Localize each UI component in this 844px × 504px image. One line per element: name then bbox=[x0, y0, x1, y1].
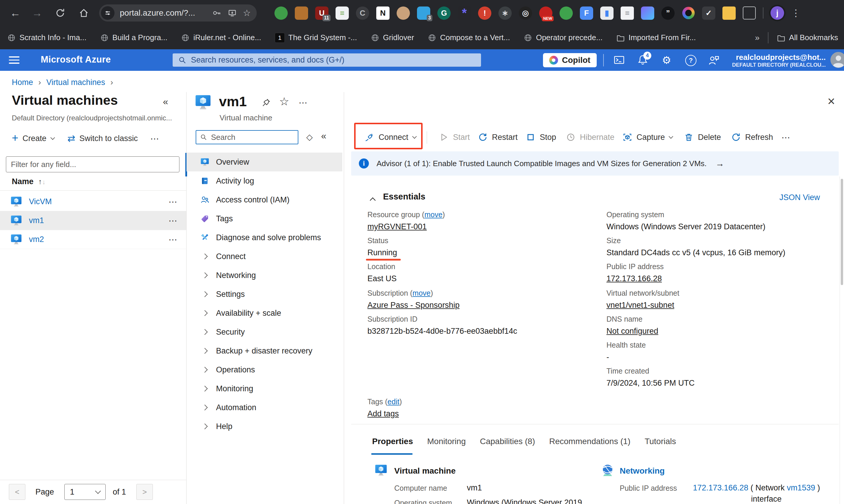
menu-item-monitoring[interactable]: Monitoring bbox=[186, 379, 342, 398]
page-select[interactable]: 1 bbox=[64, 484, 106, 500]
blade-more-icon[interactable]: ⋯ bbox=[299, 97, 308, 108]
settings-gear-icon[interactable]: ⚙ bbox=[662, 55, 671, 65]
color-picker-extension-icon[interactable] bbox=[682, 6, 695, 20]
menu-item-backup-disaster-recovery[interactable]: Backup + disaster recovery bbox=[186, 341, 342, 360]
bookmark-item[interactable]: Operator precede... bbox=[523, 33, 602, 42]
menu-item-help[interactable]: Help bbox=[186, 417, 342, 436]
extension-icon[interactable]: NEW bbox=[539, 6, 553, 20]
extension-icon[interactable]: ∗ bbox=[499, 6, 512, 20]
extension-icon[interactable] bbox=[295, 6, 308, 20]
extension-icon[interactable]: ” bbox=[661, 6, 675, 20]
essentials-heading[interactable]: Essentials bbox=[383, 192, 425, 201]
vm-name-link[interactable]: VicVM bbox=[29, 197, 52, 206]
subscription-link[interactable]: Azure Pass - Sponsorship bbox=[367, 300, 460, 310]
tab-tutorials[interactable]: Tutorials bbox=[645, 437, 676, 446]
global-search[interactable] bbox=[173, 53, 481, 67]
menu-item-tags[interactable]: Tags bbox=[186, 209, 342, 228]
extension-icon[interactable]: 3 bbox=[417, 6, 430, 20]
chevron-down-icon[interactable] bbox=[51, 135, 55, 140]
extension-icon[interactable]: ≡ bbox=[621, 6, 634, 20]
prev-page-button[interactable]: < bbox=[9, 484, 25, 500]
arrow-right-icon[interactable]: → bbox=[716, 159, 724, 168]
networking-section-heading[interactable]: Networking bbox=[620, 466, 665, 476]
account-info[interactable]: realcloudprojects@hot... DEFAULT DIRECTO… bbox=[732, 53, 826, 68]
move-link[interactable]: move bbox=[424, 210, 442, 219]
extension-icon[interactable] bbox=[397, 6, 410, 20]
stop-button[interactable]: Stop bbox=[526, 125, 556, 149]
menu-item-settings[interactable]: Settings bbox=[186, 285, 342, 304]
tab-monitoring[interactable]: Monitoring bbox=[427, 437, 466, 446]
add-tags-link[interactable]: Add tags bbox=[367, 409, 402, 418]
edit-tags-link[interactable]: edit bbox=[388, 397, 399, 406]
vm-row-vm1[interactable]: vm1 ⋯ bbox=[0, 211, 186, 230]
cloud-shell-icon[interactable] bbox=[613, 54, 625, 66]
close-blade-icon[interactable]: × bbox=[827, 94, 835, 109]
chevron-up-icon[interactable] bbox=[370, 197, 376, 203]
url-input[interactable] bbox=[119, 8, 212, 18]
delete-button[interactable]: Delete bbox=[684, 125, 721, 149]
bookmark-item[interactable]: iRuler.net - Online... bbox=[181, 33, 261, 42]
account-avatar[interactable] bbox=[830, 52, 844, 68]
resource-group-link[interactable]: myRGVNET-001 bbox=[367, 222, 445, 231]
nic-link[interactable]: vm1539 bbox=[787, 483, 815, 492]
bookmark-item[interactable]: Build a Progra... bbox=[100, 33, 167, 42]
more-actions-icon[interactable]: ⋯ bbox=[150, 133, 160, 144]
extension-icon[interactable] bbox=[559, 6, 573, 20]
start-button[interactable]: Start bbox=[439, 125, 470, 149]
diamond-icon[interactable]: ◇ bbox=[306, 132, 313, 142]
extension-icon[interactable]: F bbox=[580, 6, 593, 20]
menu-item-security[interactable]: Security bbox=[186, 323, 342, 341]
back-icon[interactable]: ← bbox=[10, 0, 21, 26]
menu-item-networking[interactable]: Networking bbox=[186, 266, 342, 285]
toolbar-more-button[interactable]: ⋯ bbox=[782, 125, 791, 149]
bookmark-item[interactable]: Scratch Info - Ima... bbox=[7, 33, 87, 42]
site-settings-icon[interactable] bbox=[101, 6, 114, 20]
move-link[interactable]: move bbox=[413, 289, 431, 297]
reload-icon[interactable] bbox=[55, 8, 66, 18]
advisor-banner[interactable]: i Advisor (1 of 1): Enable Trusted Launc… bbox=[351, 151, 839, 176]
browser-profile-avatar[interactable]: j bbox=[771, 6, 784, 20]
extension-icon[interactable]: ◎ bbox=[519, 6, 532, 20]
collapse-menu-icon[interactable]: « bbox=[321, 130, 326, 141]
collapse-panel-icon[interactable]: « bbox=[163, 96, 168, 107]
row-more-icon[interactable]: ⋯ bbox=[168, 197, 178, 207]
hibernate-button[interactable]: Hibernate bbox=[566, 125, 614, 149]
row-more-icon[interactable]: ⋯ bbox=[168, 215, 178, 226]
copilot-button[interactable]: Copilot bbox=[543, 53, 597, 67]
menu-item-operations[interactable]: Operations bbox=[186, 360, 342, 379]
address-bar[interactable]: ☆ bbox=[99, 4, 257, 21]
vm-name-link[interactable]: vm1 bbox=[29, 216, 44, 225]
menu-item-diagnose[interactable]: Diagnose and solve problems bbox=[186, 228, 342, 247]
public-ip-link[interactable]: 172.173.166.28 bbox=[607, 274, 664, 283]
extension-icon[interactable] bbox=[641, 6, 654, 20]
extension-icon[interactable]: ! bbox=[478, 6, 491, 20]
notifications-button[interactable]: 4 bbox=[637, 54, 649, 67]
password-key-icon[interactable] bbox=[212, 8, 222, 18]
tab-properties[interactable]: Properties bbox=[372, 437, 413, 446]
menu-item-availability-scale[interactable]: Availability + scale bbox=[186, 304, 342, 323]
bookmark-star-icon[interactable]: ☆ bbox=[243, 8, 251, 17]
bookmarks-overflow-icon[interactable]: » bbox=[755, 33, 759, 42]
create-button[interactable]: Create bbox=[22, 134, 46, 143]
menu-item-access-control[interactable]: Access control (IAM) bbox=[186, 190, 342, 209]
filter-input[interactable] bbox=[6, 160, 179, 169]
menu-item-activity-log[interactable]: Activity log bbox=[186, 172, 342, 190]
all-bookmarks-button[interactable]: All Bookmarks bbox=[777, 33, 838, 42]
filter-field[interactable] bbox=[6, 156, 179, 172]
extension-icon[interactable]: * bbox=[458, 6, 471, 20]
menu-item-automation[interactable]: Automation bbox=[186, 398, 342, 417]
extension-icon[interactable] bbox=[722, 6, 736, 20]
help-icon[interactable]: ? bbox=[685, 55, 697, 66]
breadcrumb-home[interactable]: Home bbox=[12, 78, 33, 87]
global-search-input[interactable] bbox=[190, 55, 481, 65]
clipboard-extension-icon[interactable] bbox=[743, 6, 756, 19]
browser-menu-icon[interactable]: ⋮ bbox=[791, 7, 801, 19]
extension-icon[interactable]: C bbox=[356, 6, 369, 20]
vnet-subnet-link[interactable]: vnet1/vnet1-subnet bbox=[607, 300, 679, 310]
name-column-header[interactable]: Name ↑ ↓ bbox=[12, 177, 46, 186]
switch-to-classic-button[interactable]: Switch to classic bbox=[79, 134, 138, 143]
capture-button[interactable]: Capture bbox=[623, 125, 672, 149]
vm-row-vm2[interactable]: vm2 ⋯ bbox=[0, 230, 186, 249]
extension-icon[interactable]: ≡ bbox=[336, 6, 349, 20]
json-view-link[interactable]: JSON View bbox=[779, 193, 820, 202]
